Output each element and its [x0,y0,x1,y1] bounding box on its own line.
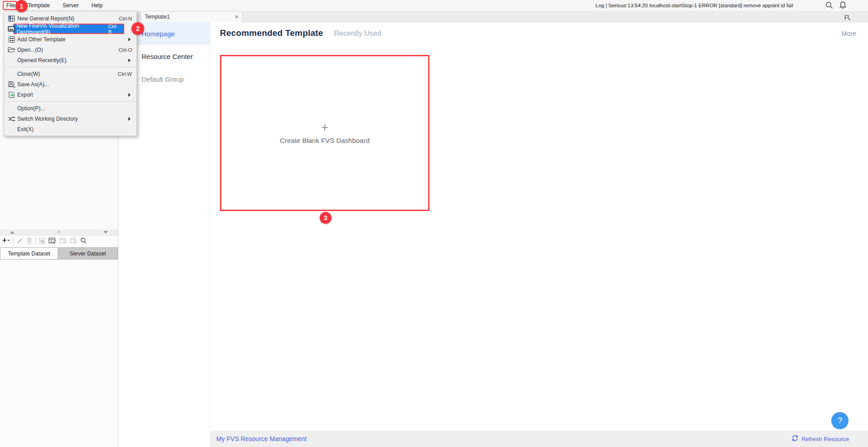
template-section-header: Recommended Template Recently Used [220,28,381,38]
export-icon [6,92,17,98]
close-tab-icon[interactable]: × [235,14,239,20]
tab-template1[interactable]: Template1 × [141,11,243,22]
annotation-box-1 [3,1,17,10]
panel-splitter[interactable]: = [0,229,118,235]
submenu-arrow-icon [128,38,131,41]
refresh-resource-button[interactable]: Refresh Resource [791,435,849,443]
splitter-down-icon[interactable] [103,231,108,234]
toolbar-collapse-icon[interactable] [844,14,851,22]
annotation-badge-3: 3 [320,212,332,224]
save-as-icon [6,81,17,88]
submenu-arrow-icon [128,93,131,97]
edit-dataset-icon[interactable] [17,237,23,246]
new-finevis-dashboard-icon [6,26,16,32]
annotation-badge-2: 2 [132,22,144,35]
help-button[interactable]: ? [831,412,848,429]
annotation-box-3: + Create Blank FVS Dashboard [220,55,429,211]
my-fvs-resource-management-link[interactable]: My FVS Resource Management [216,435,307,442]
menu-server[interactable]: Server [56,0,85,11]
menu-item-exit[interactable]: Exit(X) [4,124,137,134]
menubar: File Template Server Help Log | Serious:… [0,0,868,11]
add-other-template-icon [6,36,17,43]
notification-bell-icon[interactable] [839,1,846,11]
file-dropdown-menu: New General Report(N) Ctrl-N New FineVis… [4,11,137,136]
submenu-arrow-icon [128,59,131,62]
homepage-main: Recommended Template Recently Used More … [210,22,868,431]
template-tabbar: Template1 × [118,11,868,22]
tab-server-dataset[interactable]: Server Dataset [58,247,118,260]
toolbar-divider [13,238,14,245]
tab-recently-used[interactable]: Recently Used [334,29,381,38]
menu-separator [5,67,136,67]
search-dataset-icon[interactable] [80,237,87,246]
resource-bottom-bar: My FVS Resource Management Refresh Resou… [210,431,868,447]
menu-item-export[interactable]: Export [4,89,137,100]
submenu-arrow-icon [128,117,131,121]
more-link[interactable]: More [842,30,856,37]
log-status-text[interactable]: Log | Serious:13:54:20 localhost-startSt… [595,0,793,11]
dataset-tabs: Template Dataset Server Dataset [0,247,118,260]
connect-database-icon[interactable] [59,237,67,246]
menu-separator [5,101,136,102]
create-blank-fvs-dashboard-card[interactable]: + Create Blank FVS Dashboard [221,56,428,210]
menu-item-switch-working-directory[interactable]: Switch Working Directory [4,113,137,124]
finereport-designer-window: File Template Server Help Log | Serious:… [0,0,868,447]
menu-item-open[interactable]: Open...(O) Ctrl-O [4,44,137,55]
dataset-list-body [0,260,118,447]
menu-item-option[interactable]: Option(P)... [4,103,137,113]
disconnect-database-icon[interactable] [70,237,77,246]
menu-item-opened-recently[interactable]: Opened Recently(E) [4,55,137,65]
annotation-badge-1: 1 [15,0,28,12]
add-dataset-icon[interactable] [2,237,10,246]
menu-help[interactable]: Help [85,0,109,11]
new-general-report-icon [6,15,17,22]
dataset-toolbar [0,235,118,247]
menu-item-add-other-template[interactable]: Add Other Template [4,34,137,44]
tab-label: Template1 [145,14,170,20]
preview-dataset-icon[interactable] [39,237,45,246]
menu-item-close[interactable]: Close(W) Ctrl-W [4,69,137,79]
plus-icon: + [321,122,328,133]
splitter-up-icon[interactable] [10,231,15,234]
menu-item-save-as[interactable]: Save As(A)... [4,79,137,89]
open-folder-icon [6,47,17,53]
search-icon[interactable] [825,1,833,10]
delete-dataset-icon[interactable] [26,237,32,246]
edit-query-icon[interactable] [49,237,56,246]
tab-template-dataset[interactable]: Template Dataset [0,247,58,260]
refresh-icon [791,435,799,443]
refresh-label: Refresh Resource [801,436,849,442]
toolbar-divider [35,238,36,245]
splitter-grip-icon[interactable]: = [58,230,60,235]
tab-recommended-template[interactable]: Recommended Template [220,28,323,38]
menu-item-new-finevis-dashboard[interactable]: New FineVis Visualization Dashboard(B) C… [4,24,137,34]
create-card-label: Create Blank FVS Dashboard [280,137,370,144]
switch-working-directory-icon [6,116,17,122]
